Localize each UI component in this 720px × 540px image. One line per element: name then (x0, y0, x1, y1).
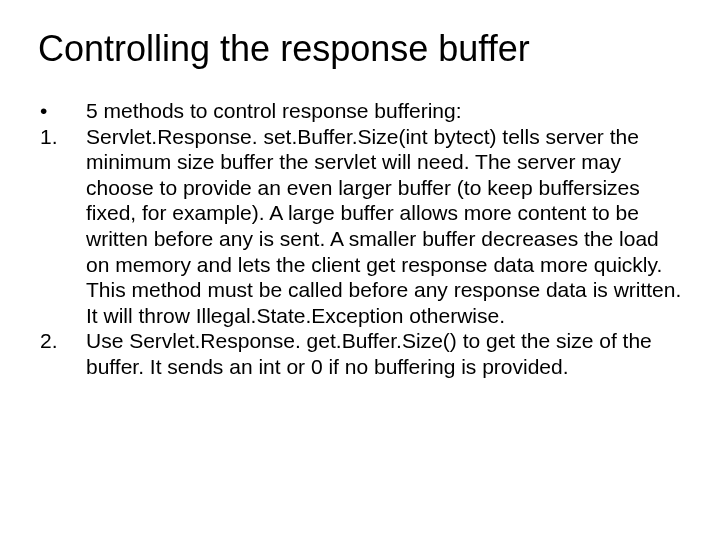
slide-title: Controlling the response buffer (38, 28, 682, 70)
number-marker: 2. (38, 328, 86, 354)
list-item-text: 5 methods to control response buffering: (86, 98, 682, 124)
list-item-text: Servlet.Response. set.Buffer.Size(int by… (86, 124, 682, 329)
list-item: 2. Use Servlet.Response. get.Buffer.Size… (38, 328, 682, 379)
list-item-text: Use Servlet.Response. get.Buffer.Size() … (86, 328, 682, 379)
list-item: • 5 methods to control response bufferin… (38, 98, 682, 124)
bullet-marker: • (38, 98, 86, 124)
list-item: 1. Servlet.Response. set.Buffer.Size(int… (38, 124, 682, 329)
number-marker: 1. (38, 124, 86, 150)
slide-content: • 5 methods to control response bufferin… (38, 98, 682, 380)
